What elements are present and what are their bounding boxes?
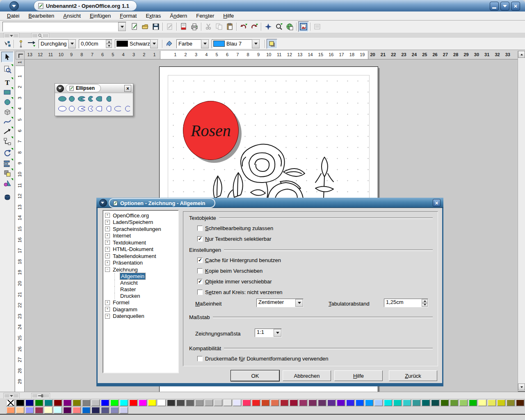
spin-up-button[interactable] — [422, 299, 428, 303]
ellipsen-floating-toolbar[interactable]: Ellipsen — [55, 83, 133, 116]
color-swatch[interactable] — [308, 399, 317, 406]
ellipse-pie-tool[interactable] — [76, 94, 86, 103]
rotate-tool-button[interactable] — [1, 148, 14, 158]
line-pen-button[interactable] — [16, 39, 26, 49]
color-swatch[interactable] — [450, 399, 458, 406]
color-swatch[interactable] — [35, 399, 43, 406]
color-swatch[interactable] — [337, 399, 345, 406]
color-swatch[interactable] — [16, 407, 24, 413]
tree-expander-icon[interactable]: + — [105, 307, 110, 312]
color-swatch[interactable] — [25, 407, 34, 413]
color-swatch[interactable] — [280, 399, 288, 406]
hyperlink-button[interactable] — [284, 21, 295, 32]
color-swatch[interactable] — [271, 399, 279, 406]
color-swatch[interactable] — [469, 399, 477, 406]
tree-item-internet[interactable]: +Internet — [105, 233, 178, 239]
ellipsen-menu-button[interactable] — [57, 85, 64, 92]
collapsed-toolbar-stub[interactable] — [3, 393, 20, 399]
tree-expander-icon[interactable]: + — [105, 233, 110, 238]
ellipse-outline-tool[interactable] — [57, 104, 67, 113]
color-swatch[interactable] — [214, 399, 222, 406]
ok-button[interactable]: OK — [231, 370, 279, 381]
color-swatch[interactable] — [346, 399, 354, 406]
window-menu-button[interactable] — [9, 1, 19, 11]
color-swatch[interactable] — [412, 399, 420, 406]
tree-item-textdokument[interactable]: +Textdokument — [105, 239, 178, 246]
tree-expander-icon[interactable]: + — [105, 226, 110, 231]
roses-clipart[interactable] — [193, 136, 378, 198]
window-titlebar[interactable]: Unbenannt2 - OpenOffice.org 1.1 — [0, 0, 525, 12]
circle-pie-tool[interactable] — [86, 94, 95, 103]
curve-tool-button[interactable] — [1, 116, 14, 127]
rectangle-tool-button[interactable] — [1, 87, 14, 98]
color-swatch[interactable] — [224, 399, 232, 406]
checkbox-objekte-verschiebbar[interactable] — [197, 279, 203, 284]
tree-expander-icon[interactable]: + — [105, 220, 110, 225]
collapsed-toolbar-stub[interactable] — [31, 393, 50, 399]
color-swatch[interactable] — [54, 399, 62, 406]
color-swatch[interactable] — [158, 399, 166, 406]
checkbox-schnellbearbeitung[interactable] — [197, 226, 203, 231]
spin-down-button[interactable] — [422, 303, 428, 307]
color-swatch[interactable] — [63, 407, 71, 413]
color-swatch[interactable] — [73, 407, 81, 413]
dialog-titlebar[interactable]: Optionen - Zeichnung - Allgemein — [96, 198, 443, 208]
form-controls-button[interactable] — [312, 21, 323, 32]
color-swatch[interactable] — [91, 399, 100, 406]
color-swatch[interactable] — [148, 399, 156, 406]
ellipse-tool[interactable] — [57, 94, 67, 103]
scroll-up-button[interactable] — [518, 51, 525, 58]
color-swatch[interactable] — [73, 399, 81, 406]
paste-button[interactable] — [224, 21, 235, 32]
color-swatch[interactable] — [488, 399, 496, 406]
undo-button[interactable] — [238, 21, 249, 32]
color-swatch[interactable] — [186, 399, 194, 406]
color-swatch[interactable] — [497, 399, 505, 406]
color-swatch[interactable] — [35, 407, 43, 413]
color-swatch[interactable] — [290, 399, 298, 406]
connector-tool-button[interactable] — [1, 136, 14, 147]
url-dropdown-button[interactable] — [118, 22, 126, 31]
line-width-stepper[interactable]: 0,00cm — [79, 39, 112, 48]
color-swatch[interactable] — [139, 399, 147, 406]
save-button[interactable] — [151, 21, 161, 32]
close-button[interactable] — [511, 2, 520, 11]
color-swatch[interactable] — [507, 399, 515, 406]
color-swatch[interactable] — [129, 399, 137, 406]
color-swatch[interactable] — [356, 399, 364, 406]
circle-segment-tool[interactable] — [105, 94, 114, 103]
color-swatch[interactable] — [176, 399, 185, 406]
color-swatch[interactable] — [327, 399, 336, 406]
vertical-ruler[interactable]: 1123456789101112131415161718192021222324… — [16, 59, 25, 392]
tree-item-spracheinstellungen[interactable]: +Spracheinstellungen — [105, 226, 178, 232]
checkbox-druckermasse[interactable] — [197, 356, 203, 361]
export-document-button[interactable] — [178, 21, 189, 32]
line-color-dropdown-button[interactable] — [150, 39, 158, 48]
spin-up-button[interactable] — [106, 40, 112, 44]
gallery-button[interactable] — [298, 21, 309, 32]
ellipse-pie-outline-tool[interactable] — [76, 104, 86, 113]
ellipse-segment-tool[interactable] — [95, 94, 105, 103]
tree-item-prsentation[interactable]: +Präsentation — [105, 260, 178, 266]
ellipse-tool-button[interactable] — [1, 97, 14, 107]
line-tool-button[interactable] — [1, 126, 14, 137]
color-swatch[interactable] — [422, 399, 430, 406]
ellipsen-close-button[interactable] — [124, 85, 131, 92]
line-color-select[interactable]: Schwarz — [115, 39, 158, 48]
spin-down-button[interactable] — [106, 44, 112, 48]
menu-extras[interactable]: Extras — [141, 12, 165, 20]
color-swatch[interactable] — [393, 399, 402, 406]
menu-format[interactable]: Format — [115, 12, 141, 20]
menu-ndern[interactable]: Ändern — [165, 12, 192, 20]
checkbox-cache-hintergrund[interactable] — [197, 258, 203, 263]
menu-hilfe[interactable]: Hilfe — [219, 12, 238, 20]
color-swatch[interactable] — [25, 399, 34, 406]
area-style-button[interactable] — [164, 39, 175, 49]
tabulatorabstand-spin-buttons[interactable] — [422, 299, 428, 307]
maximize-button[interactable] — [500, 2, 509, 11]
circle-outline-tool[interactable] — [67, 104, 76, 113]
color-swatch[interactable] — [167, 399, 175, 406]
dialog-close-button[interactable] — [433, 199, 441, 207]
circle-arc-tool[interactable] — [123, 104, 133, 113]
navigator-button[interactable] — [263, 21, 274, 32]
